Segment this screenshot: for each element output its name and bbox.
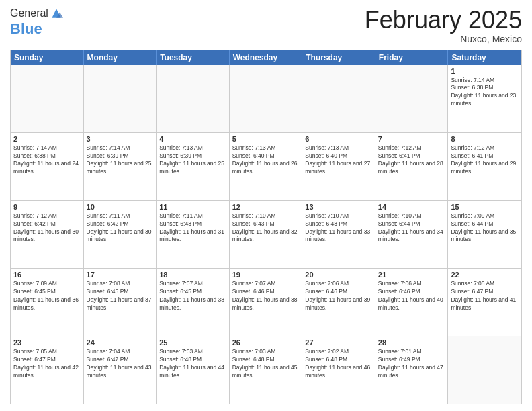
day-info: Sunrise: 7:07 AM Sunset: 6:46 PM Dayligh… (232, 280, 300, 312)
calendar-cell (448, 336, 521, 404)
logo: General Blue (10, 7, 63, 38)
logo-blue-text: Blue (10, 20, 42, 37)
day-number: 25 (159, 338, 226, 347)
day-number: 2 (13, 135, 81, 143)
day-number: 26 (232, 338, 300, 347)
day-number: 6 (305, 135, 372, 143)
day-info: Sunrise: 7:02 AM Sunset: 6:48 PM Dayligh… (305, 348, 372, 380)
calendar-cell: 19Sunrise: 7:07 AM Sunset: 6:46 PM Dayli… (230, 269, 303, 336)
day-info: Sunrise: 7:06 AM Sunset: 6:46 PM Dayligh… (305, 280, 372, 312)
logo-general-text: General (10, 7, 48, 19)
weekday-friday: Friday (375, 50, 449, 65)
weekday-sunday: Sunday (11, 50, 84, 65)
day-info: Sunrise: 7:10 AM Sunset: 6:43 PM Dayligh… (232, 212, 300, 244)
calendar-cell: 26Sunrise: 7:03 AM Sunset: 6:48 PM Dayli… (230, 336, 303, 404)
day-number: 11 (159, 203, 226, 211)
day-info: Sunrise: 7:13 AM Sunset: 6:40 PM Dayligh… (232, 144, 300, 177)
calendar-cell: 24Sunrise: 7:04 AM Sunset: 6:47 PM Dayli… (84, 336, 157, 404)
day-number: 1 (451, 67, 519, 75)
day-number: 9 (13, 203, 81, 211)
day-info: Sunrise: 7:12 AM Sunset: 6:42 PM Dayligh… (13, 212, 81, 244)
calendar-cell: 18Sunrise: 7:07 AM Sunset: 6:45 PM Dayli… (157, 269, 230, 336)
calendar-cell: 22Sunrise: 7:05 AM Sunset: 6:47 PM Dayli… (448, 269, 521, 336)
calendar-cell: 8Sunrise: 7:12 AM Sunset: 6:41 PM Daylig… (448, 133, 521, 200)
day-info: Sunrise: 7:07 AM Sunset: 6:45 PM Dayligh… (159, 280, 226, 312)
calendar-cell: 25Sunrise: 7:03 AM Sunset: 6:48 PM Dayli… (157, 336, 230, 404)
day-info: Sunrise: 7:14 AM Sunset: 6:38 PM Dayligh… (13, 144, 81, 177)
calendar-cell: 6Sunrise: 7:13 AM Sunset: 6:40 PM Daylig… (302, 133, 375, 200)
calendar-cell: 14Sunrise: 7:10 AM Sunset: 6:44 PM Dayli… (375, 201, 449, 268)
day-number: 27 (305, 338, 372, 347)
day-info: Sunrise: 7:03 AM Sunset: 6:48 PM Dayligh… (159, 348, 226, 380)
calendar-cell: 7Sunrise: 7:12 AM Sunset: 6:41 PM Daylig… (375, 133, 449, 200)
day-number: 8 (451, 135, 519, 143)
calendar-cell: 3Sunrise: 7:14 AM Sunset: 6:39 PM Daylig… (84, 133, 157, 200)
day-number: 12 (232, 203, 300, 211)
day-info: Sunrise: 7:11 AM Sunset: 6:43 PM Dayligh… (159, 212, 226, 244)
calendar-cell: 10Sunrise: 7:11 AM Sunset: 6:42 PM Dayli… (84, 201, 157, 268)
day-info: Sunrise: 7:04 AM Sunset: 6:47 PM Dayligh… (87, 348, 154, 380)
calendar-cell: 15Sunrise: 7:09 AM Sunset: 6:44 PM Dayli… (448, 201, 521, 268)
day-number: 16 (13, 271, 81, 279)
calendar-row-4: 23Sunrise: 7:05 AM Sunset: 6:47 PM Dayli… (11, 336, 521, 404)
weekday-thursday: Thursday (302, 50, 375, 65)
calendar-cell: 28Sunrise: 7:01 AM Sunset: 6:49 PM Dayli… (375, 336, 449, 404)
day-number: 23 (13, 338, 81, 347)
calendar-cell: 21Sunrise: 7:06 AM Sunset: 6:46 PM Dayli… (375, 269, 449, 336)
calendar-header: Sunday Monday Tuesday Wednesday Thursday… (11, 50, 521, 65)
day-number: 28 (378, 338, 445, 347)
calendar-cell: 1Sunrise: 7:14 AM Sunset: 6:38 PM Daylig… (448, 65, 521, 132)
calendar-row-0: 1Sunrise: 7:14 AM Sunset: 6:38 PM Daylig… (11, 65, 521, 132)
day-number: 10 (87, 203, 154, 211)
day-info: Sunrise: 7:10 AM Sunset: 6:44 PM Dayligh… (378, 212, 445, 244)
calendar-cell: 17Sunrise: 7:08 AM Sunset: 6:45 PM Dayli… (84, 269, 157, 336)
day-number: 18 (159, 271, 226, 279)
day-info: Sunrise: 7:08 AM Sunset: 6:45 PM Dayligh… (87, 280, 154, 312)
calendar: Sunday Monday Tuesday Wednesday Thursday… (10, 50, 522, 404)
day-number: 13 (305, 203, 372, 211)
day-info: Sunrise: 7:12 AM Sunset: 6:41 PM Dayligh… (378, 144, 445, 177)
calendar-cell (302, 65, 375, 132)
location: Nuxco, Mexico (365, 34, 522, 44)
title-block: February 2025 Nuxco, Mexico (365, 7, 522, 44)
day-number: 20 (305, 271, 372, 279)
weekday-tuesday: Tuesday (157, 50, 230, 65)
logo-icon (50, 7, 63, 20)
header: General Blue February 2025 Nuxco, Mexico (10, 7, 522, 44)
day-number: 4 (159, 135, 226, 143)
day-info: Sunrise: 7:05 AM Sunset: 6:47 PM Dayligh… (451, 280, 519, 312)
day-info: Sunrise: 7:06 AM Sunset: 6:46 PM Dayligh… (378, 280, 445, 312)
calendar-cell: 9Sunrise: 7:12 AM Sunset: 6:42 PM Daylig… (11, 201, 84, 268)
calendar-cell (84, 65, 157, 132)
calendar-cell: 13Sunrise: 7:10 AM Sunset: 6:43 PM Dayli… (302, 201, 375, 268)
day-info: Sunrise: 7:09 AM Sunset: 6:45 PM Dayligh… (13, 280, 81, 312)
day-info: Sunrise: 7:11 AM Sunset: 6:42 PM Dayligh… (87, 212, 154, 244)
calendar-cell (157, 65, 230, 132)
month-year: February 2025 (365, 7, 522, 34)
day-number: 5 (232, 135, 300, 143)
weekday-saturday: Saturday (448, 50, 521, 65)
calendar-cell (375, 65, 449, 132)
calendar-cell: 12Sunrise: 7:10 AM Sunset: 6:43 PM Dayli… (230, 201, 303, 268)
day-info: Sunrise: 7:13 AM Sunset: 6:40 PM Dayligh… (305, 144, 372, 177)
calendar-cell (230, 65, 303, 132)
day-number: 21 (378, 271, 445, 279)
day-number: 19 (232, 271, 300, 279)
day-info: Sunrise: 7:05 AM Sunset: 6:47 PM Dayligh… (13, 348, 81, 380)
day-number: 17 (87, 271, 154, 279)
calendar-cell: 20Sunrise: 7:06 AM Sunset: 6:46 PM Dayli… (302, 269, 375, 336)
day-number: 24 (87, 338, 154, 347)
day-number: 15 (451, 203, 519, 211)
day-info: Sunrise: 7:12 AM Sunset: 6:41 PM Dayligh… (451, 144, 519, 177)
weekday-wednesday: Wednesday (230, 50, 303, 65)
day-info: Sunrise: 7:14 AM Sunset: 6:38 PM Dayligh… (451, 77, 519, 109)
day-number: 3 (87, 135, 154, 143)
day-number: 14 (378, 203, 445, 211)
day-info: Sunrise: 7:01 AM Sunset: 6:49 PM Dayligh… (378, 348, 445, 380)
day-number: 7 (378, 135, 445, 143)
calendar-cell: 23Sunrise: 7:05 AM Sunset: 6:47 PM Dayli… (11, 336, 84, 404)
calendar-cell: 4Sunrise: 7:13 AM Sunset: 6:39 PM Daylig… (157, 133, 230, 200)
calendar-cell: 27Sunrise: 7:02 AM Sunset: 6:48 PM Dayli… (302, 336, 375, 404)
day-info: Sunrise: 7:10 AM Sunset: 6:43 PM Dayligh… (305, 212, 372, 244)
calendar-cell (11, 65, 84, 132)
